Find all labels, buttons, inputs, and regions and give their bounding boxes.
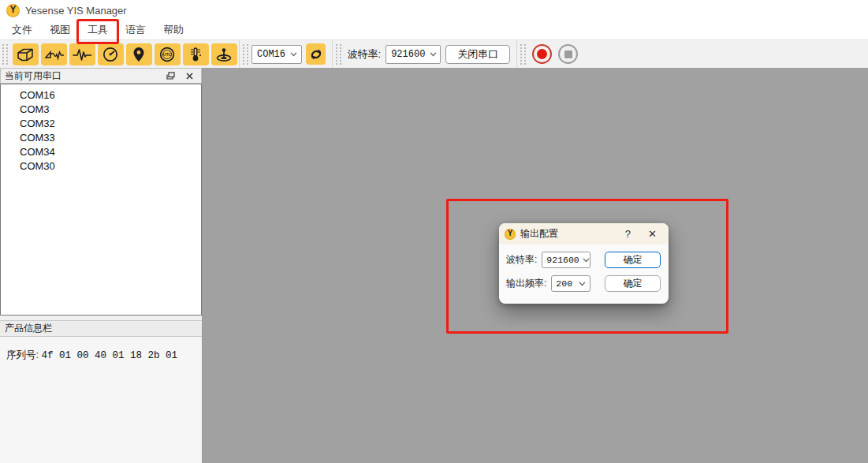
serial-number-value: 4f 01 00 40 01 18 2b 01 bbox=[41, 350, 177, 361]
dialog-close-button[interactable]: ✕ bbox=[642, 229, 663, 239]
pulse-wave-icon bbox=[72, 46, 92, 63]
dialog-logo-icon: Y bbox=[505, 229, 516, 240]
serial-port-panel-header: 当前可用串口 bbox=[0, 68, 202, 84]
utc-clock-icon: UTC bbox=[158, 46, 176, 63]
panel-float-button[interactable] bbox=[162, 72, 179, 80]
app-logo-icon: Y bbox=[6, 4, 20, 17]
dialog-baud-value: 921600 bbox=[546, 255, 579, 265]
panel-close-button[interactable] bbox=[182, 73, 197, 80]
location-button[interactable] bbox=[126, 43, 152, 65]
toolbar-grip[interactable] bbox=[243, 44, 248, 65]
dialog-baud-select[interactable]: 921600 bbox=[542, 252, 590, 268]
serial-number-label: 序列号: bbox=[6, 349, 39, 360]
close-icon bbox=[186, 73, 193, 80]
utc-clock-button[interactable]: UTC bbox=[155, 43, 181, 65]
port-list-item[interactable]: COM34 bbox=[1, 144, 201, 159]
port-list-item[interactable]: COM16 bbox=[1, 88, 201, 102]
toolbar-separator bbox=[332, 40, 333, 69]
stop-button[interactable] bbox=[558, 44, 578, 64]
chevron-down-icon bbox=[430, 52, 437, 57]
close-port-button[interactable]: 关闭串口 bbox=[445, 45, 510, 64]
menu-bar: 文件 视图 工具 语言 帮助 bbox=[0, 21, 868, 39]
product-info-body: 序列号: 4f 01 00 40 01 18 2b 01 软件版本号： YIS3… bbox=[0, 337, 202, 463]
serial-number-line: 序列号: 4f 01 00 40 01 18 2b 01 bbox=[6, 349, 177, 362]
cube-3d-button[interactable] bbox=[13, 43, 39, 65]
record-button[interactable] bbox=[532, 44, 552, 64]
dialog-rate-label: 输出频率: bbox=[506, 277, 546, 290]
thermometer-icon bbox=[187, 46, 204, 63]
serial-port-panel: 当前可用串口 COM16 COM3 COM32 COM33 COM34 COM3… bbox=[0, 68, 203, 463]
serial-port-panel-title: 当前可用串口 bbox=[5, 69, 159, 83]
port-list-item[interactable]: COM3 bbox=[1, 102, 201, 116]
toolbar-separator bbox=[516, 40, 517, 69]
gauge-icon bbox=[102, 46, 119, 63]
menu-help[interactable]: 帮助 bbox=[155, 21, 192, 39]
output-rate-row: 输出频率: 200 确定 bbox=[506, 275, 661, 292]
toolbar-grip[interactable] bbox=[2, 44, 8, 65]
product-info-title: 产品信息栏 bbox=[5, 322, 52, 335]
menu-file[interactable]: 文件 bbox=[3, 21, 41, 39]
port-select-value: COM16 bbox=[257, 49, 285, 60]
port-list-item[interactable]: COM32 bbox=[1, 116, 201, 130]
toolbar-grip[interactable] bbox=[520, 44, 526, 65]
svg-text:UTC: UTC bbox=[163, 52, 172, 57]
port-select[interactable]: COM16 bbox=[251, 45, 302, 64]
cube-3d-icon bbox=[16, 46, 35, 63]
refresh-ports-icon bbox=[309, 47, 323, 62]
menu-tools-label: 工具 bbox=[88, 24, 108, 35]
chevron-down-icon bbox=[583, 258, 590, 263]
pulse-wave-button[interactable] bbox=[69, 43, 95, 65]
dialog-title-bar: Y 输出配置 ? ✕ bbox=[499, 223, 669, 245]
float-window-icon bbox=[166, 72, 175, 80]
baud-rate-value: 921600 bbox=[391, 49, 425, 60]
output-config-dialog: Y 输出配置 ? ✕ 波特率: 921600 确定 输出频率: 200 bbox=[499, 223, 669, 304]
attitude-icon bbox=[214, 46, 233, 63]
port-list: COM16 COM3 COM32 COM33 COM34 COM30 bbox=[0, 84, 202, 316]
product-info-header: 产品信息栏 bbox=[0, 320, 202, 337]
app-window: Y Yesense YIS Manager 文件 视图 工具 语言 帮助 bbox=[0, 0, 868, 463]
dialog-help-button[interactable]: ? bbox=[619, 229, 637, 239]
chevron-down-icon bbox=[579, 282, 586, 286]
location-pin-icon bbox=[131, 46, 147, 63]
menu-tools[interactable]: 工具 bbox=[79, 21, 117, 39]
toolbar: UTC COM16 bbox=[0, 39, 868, 68]
port-list-item[interactable]: COM30 bbox=[1, 159, 201, 173]
dialog-rate-select[interactable]: 200 bbox=[551, 275, 590, 292]
refresh-ports-button[interactable] bbox=[306, 43, 326, 65]
dialog-rate-confirm-button[interactable]: 确定 bbox=[605, 275, 661, 292]
baud-rate-select[interactable]: 921600 bbox=[386, 45, 441, 64]
toolbar-grip[interactable] bbox=[336, 44, 341, 65]
dialog-title: 输出配置 bbox=[520, 227, 614, 241]
record-icon bbox=[537, 49, 547, 59]
chevron-down-icon bbox=[290, 52, 297, 57]
baud-rate-row: 波特率: 921600 确定 bbox=[506, 252, 661, 268]
dialog-rate-value: 200 bbox=[556, 278, 572, 289]
window-title: Yesense YIS Manager bbox=[25, 5, 127, 17]
dialog-baud-confirm-button[interactable]: 确定 bbox=[605, 252, 661, 268]
title-bar: Y Yesense YIS Manager bbox=[0, 0, 868, 21]
baud-rate-label: 波特率: bbox=[348, 47, 382, 62]
angle-wave-icon bbox=[43, 46, 64, 63]
angle-wave-button[interactable] bbox=[41, 43, 67, 65]
thermometer-button[interactable] bbox=[183, 43, 209, 65]
attitude-button[interactable] bbox=[211, 43, 237, 65]
gauge-button[interactable] bbox=[98, 43, 124, 65]
menu-view[interactable]: 视图 bbox=[41, 21, 79, 39]
port-list-item[interactable]: COM33 bbox=[1, 130, 201, 144]
toolbar-separator bbox=[239, 40, 240, 69]
menu-language[interactable]: 语言 bbox=[117, 21, 155, 39]
stop-icon bbox=[564, 50, 572, 58]
dialog-baud-label: 波特率: bbox=[506, 253, 537, 267]
